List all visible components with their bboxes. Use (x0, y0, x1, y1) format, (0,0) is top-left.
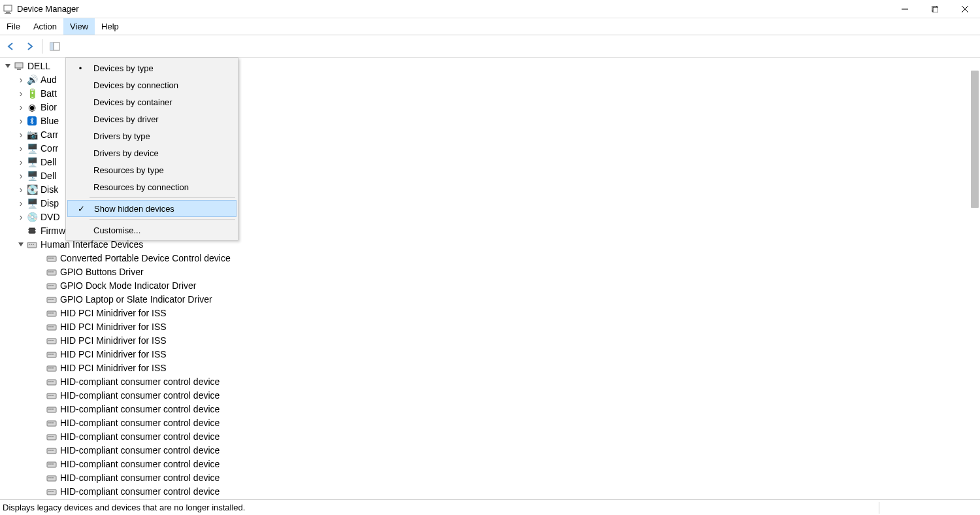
device-label: GPIO Buttons Driver (60, 267, 144, 277)
tree-device-item[interactable]: HID-compliant consumer control device (0, 416, 980, 429)
svg-rect-40 (48, 312, 50, 314)
tree-device-item[interactable]: GPIO Laptop or Slate Indicator Driver (0, 292, 980, 306)
device-label: HID-compliant consumer control device (60, 390, 220, 401)
svg-rect-44 (48, 326, 50, 327)
tree-device-item[interactable]: HID-compliant consumer control device (0, 388, 980, 402)
svg-rect-61 (50, 381, 52, 382)
tree-device-item[interactable]: HID-compliant consumer control device (0, 374, 980, 388)
scrollbar-thumb[interactable] (971, 71, 979, 208)
tree-device-item[interactable]: HID-compliant consumer control device (0, 429, 980, 443)
menu-file[interactable]: File (0, 18, 27, 35)
svg-rect-65 (50, 395, 52, 396)
expand-icon[interactable] (3, 61, 13, 71)
chevron-right-icon[interactable]: › (16, 129, 26, 140)
svg-rect-14 (29, 228, 35, 233)
svg-rect-29 (50, 271, 52, 273)
menu-devices-by-container[interactable]: Devices by container (67, 93, 237, 110)
forward-button[interactable] (21, 38, 38, 55)
svg-rect-37 (50, 299, 52, 300)
menu-action[interactable]: Action (27, 18, 63, 35)
svg-rect-93 (50, 491, 52, 492)
chevron-right-icon[interactable]: › (16, 102, 26, 112)
menu-view[interactable]: View (63, 18, 95, 35)
svg-rect-92 (48, 491, 50, 492)
toolbar (0, 35, 980, 58)
camera-icon: 📷 (26, 129, 38, 141)
hid-device-icon (46, 335, 57, 346)
svg-rect-24 (48, 258, 50, 259)
menu-show-hidden-devices[interactable]: ✓Show hidden devices (67, 200, 237, 217)
device-label: HID-compliant consumer control device (60, 473, 220, 483)
device-label: HID PCI Minidriver for ISS (60, 335, 167, 346)
menu-drivers-by-device[interactable]: Drivers by device (67, 144, 237, 161)
tree-device-item[interactable]: Converted Portable Device Control device (0, 251, 980, 265)
menu-devices-by-driver[interactable]: Devices by driver (67, 110, 237, 127)
monitor-icon: 🖥️ (26, 170, 38, 182)
device-label: GPIO Dock Mode Indicator Driver (60, 280, 197, 291)
menu-devices-by-type[interactable]: •Devices by type (67, 59, 237, 76)
menu-customise[interactable]: Customise... (67, 222, 237, 239)
svg-rect-25 (50, 258, 52, 259)
chevron-down-icon[interactable] (16, 239, 26, 250)
svg-rect-20 (29, 244, 30, 245)
vertical-scrollbar[interactable] (970, 58, 980, 499)
chevron-right-icon[interactable]: › (16, 157, 26, 167)
svg-rect-42 (52, 312, 54, 314)
minimize-button[interactable] (890, 0, 920, 18)
svg-rect-80 (48, 450, 50, 451)
hid-device-icon (46, 362, 57, 374)
menu-drivers-by-type[interactable]: Drivers by type (67, 127, 237, 144)
svg-rect-57 (50, 367, 52, 369)
svg-rect-30 (52, 271, 54, 273)
chevron-right-icon[interactable]: › (16, 184, 26, 195)
device-label: HID PCI Minidriver for ISS (60, 322, 167, 332)
chip-icon (26, 225, 38, 237)
menubar: File Action View Help (0, 18, 980, 35)
maximize-button[interactable] (920, 0, 950, 18)
chevron-right-icon[interactable]: › (16, 75, 26, 85)
chevron-right-icon[interactable]: › (16, 212, 26, 222)
show-hide-console-tree-button[interactable] (46, 38, 63, 55)
tree-device-item[interactable]: HID PCI Minidriver for ISS (0, 320, 980, 333)
chevron-right-icon[interactable]: › (16, 198, 26, 208)
app-icon (3, 4, 13, 14)
menu-separator (90, 219, 235, 220)
menu-resources-by-type[interactable]: Resources by type (67, 161, 237, 178)
hid-device-icon (46, 472, 57, 484)
monitor-icon: 🖥️ (26, 142, 38, 154)
chevron-right-icon[interactable]: › (16, 88, 26, 99)
svg-rect-22 (33, 244, 34, 245)
tree-device-item[interactable]: HID-compliant consumer control device (0, 484, 980, 498)
menu-help[interactable]: Help (95, 18, 125, 35)
svg-rect-21 (31, 244, 32, 245)
tree-device-item[interactable]: HID PCI Minidriver for ISS (0, 306, 980, 320)
svg-rect-94 (52, 491, 54, 492)
tree-device-item[interactable]: HID PCI Minidriver for ISS (0, 361, 980, 374)
tree-device-item[interactable]: HID-compliant consumer control device (0, 457, 980, 471)
tree-device-item[interactable]: GPIO Dock Mode Indicator Driver (0, 278, 980, 292)
view-dropdown-menu: •Devices by type Devices by connection D… (65, 58, 238, 241)
svg-rect-26 (52, 258, 54, 259)
toolbar-separator (42, 39, 42, 54)
device-label: HID PCI Minidriver for ISS (60, 308, 167, 318)
tree-device-item[interactable]: HID PCI Minidriver for ISS (0, 347, 980, 361)
svg-rect-64 (48, 395, 50, 396)
svg-rect-54 (52, 354, 54, 355)
chevron-right-icon[interactable]: › (16, 116, 26, 126)
menu-devices-by-connection[interactable]: Devices by connection (67, 76, 237, 93)
device-label: HID-compliant consumer control device (60, 418, 220, 428)
hid-device-icon (46, 321, 57, 333)
close-button[interactable] (950, 0, 980, 18)
tree-device-item[interactable]: GPIO Buttons Driver (0, 265, 980, 278)
tree-device-item[interactable]: HID-compliant consumer control device (0, 471, 980, 484)
svg-rect-58 (52, 367, 54, 369)
chevron-right-icon[interactable]: › (16, 171, 26, 181)
back-button[interactable] (3, 38, 20, 55)
svg-rect-38 (52, 299, 54, 300)
tree-device-item[interactable]: HID-compliant consumer control device (0, 443, 980, 457)
tree-device-item[interactable]: HID PCI Minidriver for ISS (0, 333, 980, 347)
svg-rect-49 (50, 340, 52, 341)
menu-resources-by-connection[interactable]: Resources by connection (67, 178, 237, 195)
tree-device-item[interactable]: HID-compliant consumer control device (0, 402, 980, 416)
chevron-right-icon[interactable]: › (16, 143, 26, 154)
